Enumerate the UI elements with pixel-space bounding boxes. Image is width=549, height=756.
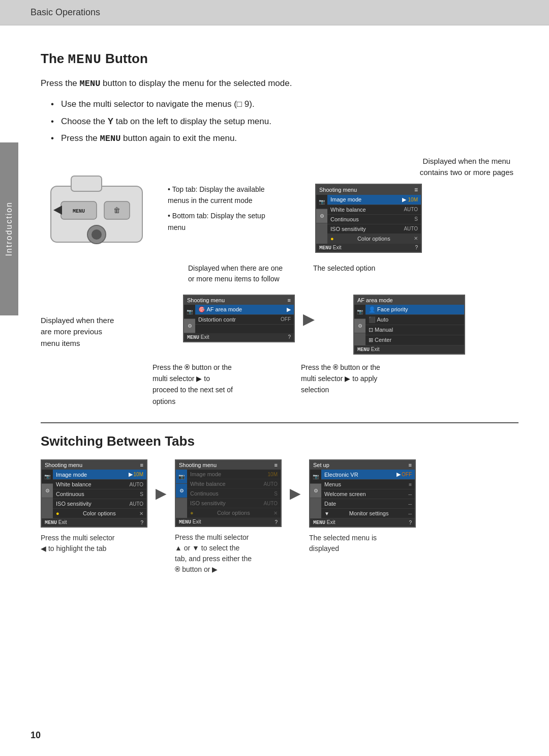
menu-tab-col-right: 📷 ⚙ 👤 Face priority ⬛ Auto	[354, 305, 464, 345]
screen-block-1: Shooting menu ≡ 📷 ⚙ Image mode ▶10M	[41, 459, 147, 554]
menu-screenshot-2: Shooting menu ≡ 📷 ⚙ Image mode 10M	[175, 459, 282, 527]
tab-settings-3: ⚙	[310, 484, 321, 498]
bullet-2: Choose the Y tab on the left to display …	[51, 115, 518, 128]
screen-block-3: Set up ≡ 📷 ⚙ Electronic VR ▶OFF	[309, 459, 416, 554]
left-annotation-line1: Displayed when there	[41, 316, 114, 325]
item-monitor: ▼Monitor settings --	[321, 509, 415, 518]
menu-tab-camera: 📷	[316, 195, 327, 209]
tab-camera-3: 📷	[310, 470, 321, 484]
screen-left: Shooting menu ≡ 📷 ⚙ 🎯 AF a	[152, 295, 295, 342]
item-evr: Electronic VR ▶OFF	[321, 470, 415, 480]
annotation-bottom-right: The selected option	[313, 263, 375, 284]
menu-item-image-mode: Image mode ▶10M	[327, 195, 421, 205]
tab-label-bottom: • Bottom tab: Display the setup menu	[168, 210, 269, 233]
section1-title-prefix: The	[41, 51, 68, 66]
menu-tab-settings-left: ⚙	[184, 319, 195, 333]
menu-item-continuous: Continuous S	[327, 215, 421, 224]
screen-block-2: Shooting menu ≡ 📷 ⚙ Image mode 10M	[175, 459, 282, 575]
svg-text:🗑: 🗑	[113, 206, 120, 214]
menu-item-center: ⊞ Center	[365, 335, 464, 345]
side-tab: Introduction	[0, 142, 18, 315]
item-cont-2: Continuous S	[187, 489, 281, 499]
menu-scroll-icon: ≡	[414, 186, 418, 193]
menu-tab-col-3: 📷 ⚙ Electronic VR ▶OFF Menus ≡	[310, 470, 415, 518]
item-iso-1: ISO sensitivity AUTO	[53, 499, 146, 509]
tab-camera-1: 📷	[42, 470, 53, 484]
intro-suffix: button to display the menu for the selec…	[100, 78, 292, 88]
menu-items-col-left: 🎯 AF area mode ▶ Distortion contr OFF	[195, 305, 294, 333]
screen-right: AF area mode 📷 ⚙ 👤 Face priority	[323, 295, 465, 355]
menu-footer-3: MENU Exit ?	[310, 518, 415, 527]
menu-item-af: 🎯 AF area mode ▶	[195, 305, 294, 315]
menu-tabs: 📷 ⚙	[316, 195, 327, 244]
header-bar: Basic Operations	[0, 0, 549, 25]
item-menus: Menus ≡	[321, 480, 415, 489]
top-annotation: Displayed when the menu contains two or …	[420, 156, 513, 179]
left-annotation-line3: menu items	[41, 339, 80, 347]
item-color-2: ●Color options ✕	[187, 508, 281, 518]
menu-footer: MENU Exit ?	[316, 244, 421, 252]
menu-screenshot-top: Shooting menu ≡ 📷 ⚙ Image m	[315, 184, 422, 253]
menu-item-color: ●Color options ✕	[327, 234, 421, 244]
left-annotation-line2: are more previous	[41, 327, 102, 336]
bullet-list: Use the multi selector to navigate the m…	[51, 98, 518, 146]
tab-camera-2: 📷	[176, 470, 187, 484]
menu-title-bar-left: Shooting menu ≡	[184, 296, 294, 305]
menu-tab-settings-right: ⚙	[354, 319, 365, 333]
menu-tabs-left: 📷 ⚙	[184, 305, 195, 333]
menu-items-2: Image mode 10M White balance AUTO Contin…	[187, 470, 281, 518]
tab-label-top: • Top tab: Display the available menus i…	[168, 184, 269, 207]
item-image-mode-1: Image mode ▶10M	[53, 470, 146, 480]
menu-title-bar-right: AF area mode	[354, 296, 464, 305]
menu-tab-camera-left: 📷	[184, 305, 195, 319]
left-annotation: Displayed when there are more previous m…	[41, 295, 142, 350]
top-annotation-line1: Displayed when the menu	[423, 157, 511, 165]
section1-menu-word: MENU	[68, 52, 101, 67]
item-iso-2: ISO sensitivity AUTO	[187, 499, 281, 508]
menu-tab-camera-right: 📷	[354, 305, 365, 319]
menu-tabs-3: 📷 ⚙	[310, 470, 321, 518]
item-wb-2: White balance AUTO	[187, 479, 281, 489]
page: Basic Operations Introduction The MENU B…	[0, 0, 549, 756]
menu-screenshot-left: Shooting menu ≡ 📷 ⚙ 🎯 AF a	[183, 295, 295, 342]
menu-screenshot-right: AF area mode 📷 ⚙ 👤 Face priority	[353, 295, 465, 355]
menu-tabs-1: 📷 ⚙	[42, 470, 53, 518]
menu-items-col-right: 👤 Face priority ⬛ Auto ⊡ Manual	[365, 305, 464, 345]
svg-text:MENU: MENU	[73, 209, 85, 214]
item-date: Date --	[321, 499, 415, 509]
menu-item-manual: ⊡ Manual	[365, 325, 464, 335]
menu-title-bar-1: Shooting menu ≡	[42, 460, 146, 470]
intro-menu-word: MENU	[80, 79, 101, 89]
menu-footer-2: MENU Exit ?	[176, 518, 281, 526]
menu-tabs-2: 📷 ⚙	[176, 470, 187, 518]
caption-1: Press the multi selector ◀ to highlight …	[41, 533, 115, 554]
section1-title-suffix: Button	[102, 51, 148, 66]
menu-title-bar-2: Shooting menu ≡	[176, 460, 281, 470]
main-content: The MENU Button Press the MENU button to…	[0, 25, 549, 595]
middle-section: Displayed when there are more previous m…	[41, 295, 518, 408]
menu-footer-right: MENU Exit	[354, 345, 464, 354]
page-number: 10	[30, 730, 41, 741]
menu-tab-col-2: 📷 ⚙ Image mode 10M White balance AUTO	[176, 470, 281, 518]
item-wb-1: White balance AUTO	[53, 480, 146, 489]
bullet-3: Press the MENU button again to exit the …	[51, 132, 518, 146]
intro-prefix: Press the	[41, 78, 80, 88]
tab-settings-2: ⚙	[176, 484, 187, 498]
menu-footer-1: MENU Exit ?	[42, 518, 146, 527]
item-image-mode-2: Image mode 10M	[187, 470, 281, 479]
caption-right: Press the ® button or the multi selector…	[301, 362, 413, 408]
menu-item-face: 👤 Face priority	[365, 305, 464, 315]
menu-items-3: Electronic VR ▶OFF Menus ≡ Welcome scree…	[321, 470, 415, 518]
menu-title: Shooting menu	[319, 187, 357, 193]
menu-title-bar-3: Set up ≡	[310, 460, 415, 470]
menu-title-bar: Shooting menu ≡	[316, 185, 421, 195]
arrow-2: ▶	[290, 459, 301, 502]
menu-tab-col-left: 📷 ⚙ 🎯 AF area mode ▶ Distorti	[184, 305, 294, 333]
tab-settings-1: ⚙	[42, 484, 53, 498]
bullet-1: Use the multi selector to navigate the m…	[51, 98, 518, 111]
svg-rect-1	[71, 176, 102, 191]
menu-tab-col-1: 📷 ⚙ Image mode ▶10M White balance AUTO	[42, 470, 146, 518]
menu-items-1: Image mode ▶10M White balance AUTO Conti…	[53, 470, 146, 518]
section2-title: Switching Between Tabs	[41, 433, 518, 449]
side-tab-label: Introduction	[5, 201, 14, 256]
